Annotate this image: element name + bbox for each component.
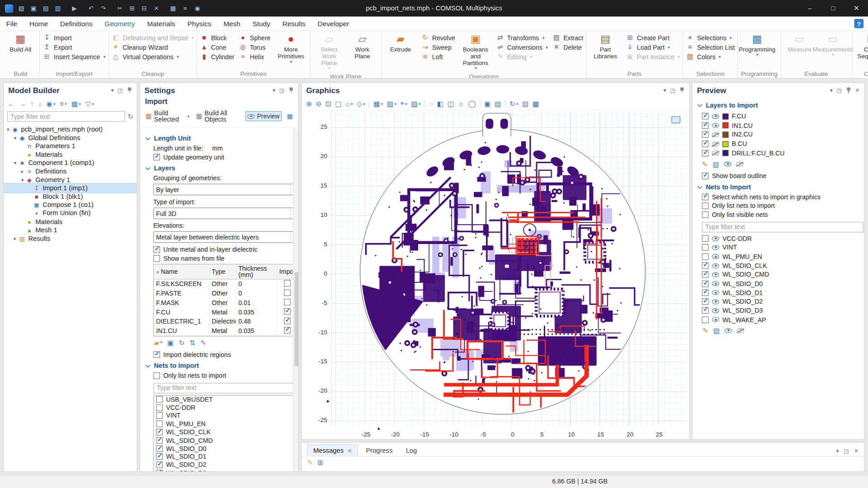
elevations-select[interactable]: Metal layer between dielectric layers▾: [153, 231, 293, 243]
net-checkbox[interactable]: [156, 445, 163, 452]
import-dielectric-checkbox[interactable]: [153, 351, 160, 358]
import-checkbox[interactable]: [284, 327, 291, 334]
net-checkbox[interactable]: [156, 470, 163, 472]
defeaturing-and-repair-button[interactable]: ◧Defeaturing and Repair▾: [112, 34, 194, 42]
copy-messages-icon[interactable]: ⊞: [317, 458, 323, 466]
conversions-button[interactable]: ⇌Conversions▾: [496, 44, 548, 51]
cylinder-button[interactable]: ▮Cylinder: [200, 53, 234, 61]
transparency-icon[interactable]: ◧: [437, 99, 443, 108]
show-icon[interactable]: [724, 162, 731, 167]
torus-button[interactable]: ◎Torus: [239, 44, 270, 51]
net-list-item[interactable]: WL_PMU_EN: [154, 420, 292, 428]
tree-item-geometry-1[interactable]: ▾◆Geometry 1: [4, 175, 137, 184]
net-checkbox[interactable]: [702, 316, 709, 323]
net-checkbox[interactable]: [156, 421, 163, 427]
layer-checkbox[interactable]: [702, 113, 709, 120]
grouping-select[interactable]: By layer▾: [153, 184, 293, 196]
section-nets-to-import[interactable]: Nets to Import: [145, 361, 292, 369]
only-list-nets-checkbox[interactable]: [153, 372, 160, 379]
hide-icon[interactable]: [737, 328, 744, 333]
detach-icon[interactable]: ◳: [279, 87, 285, 93]
visible-eye-icon[interactable]: [712, 254, 719, 259]
zoom-icon[interactable]: ◉: [192, 3, 203, 14]
print-icon[interactable]: ▥: [52, 3, 64, 14]
tab-materials[interactable]: Materials: [141, 17, 181, 31]
snapshot-icon[interactable]: ▣: [484, 99, 491, 108]
filter-icon[interactable]: ▽▾: [85, 99, 94, 108]
close-icon[interactable]: ✕: [854, 448, 859, 454]
color-icon[interactable]: ▨: [713, 326, 720, 334]
net-list-item[interactable]: WL_SDIO_D3: [702, 306, 860, 315]
collapse-icon[interactable]: ▾: [830, 87, 833, 93]
expand-toggle-icon[interactable]: ▸: [19, 169, 25, 174]
detach-icon[interactable]: ◳: [844, 448, 849, 454]
net-list-item[interactable]: WL_SDIO_D2: [154, 461, 292, 469]
hidden-eye-icon[interactable]: [712, 141, 719, 146]
show-board-outline-checkbox[interactable]: [702, 173, 709, 179]
select-nets-in-graphics-checkbox[interactable]: [702, 194, 709, 201]
zoom-box-icon[interactable]: ▢: [335, 99, 341, 108]
selections-button[interactable]: ⌖Selections▾: [686, 34, 735, 42]
section-preview-nets[interactable]: Nets to Import: [697, 183, 860, 191]
tab-developer[interactable]: Developer: [311, 17, 355, 31]
save-icon[interactable]: ▣: [28, 3, 39, 14]
table-row[interactable]: F.PASTEOther0: [154, 289, 292, 298]
tree-item-pcb-import-nets-mph-root[interactable]: ▾◉pcb_import_nets.mph (root): [4, 125, 137, 134]
section-layers-to-import[interactable]: Layers to Import: [697, 101, 860, 109]
tab-physics[interactable]: Physics: [181, 17, 217, 31]
clear-messages-icon[interactable]: ✎: [307, 458, 313, 466]
camera-icon[interactable]: ▥: [522, 99, 528, 108]
forward-icon[interactable]: →: [19, 100, 26, 108]
build-selected-button[interactable]: ▦ Build Selected▾: [144, 108, 191, 124]
visible-eye-icon[interactable]: [712, 236, 719, 241]
hidden-eye-icon[interactable]: [712, 132, 719, 137]
back-icon[interactable]: ←: [8, 100, 14, 108]
net-checkbox[interactable]: [702, 253, 709, 260]
add-layer-folder-icon[interactable]: ▰▾: [154, 338, 162, 347]
tree-item-import-1-imp1[interactable]: ↧Import 1 (imp1): [4, 184, 137, 192]
zoom-extents-icon[interactable]: ⊡: [326, 99, 331, 108]
layer-list-item[interactable]: DRILL:F.CU_B.CU: [702, 149, 860, 158]
net-list-item[interactable]: WL_WAKE_AP: [702, 315, 860, 324]
part-libraries-button[interactable]: ▤Part Libraries: [590, 33, 622, 69]
select-box-icon[interactable]: ▧▾: [411, 99, 420, 108]
expand-toggle-icon[interactable]: ▸: [12, 236, 18, 241]
insert-sequence-button[interactable]: ⊞Insert Sequence▾: [42, 53, 105, 61]
net-checkbox[interactable]: [702, 307, 709, 314]
net-list-item[interactable]: VINT: [702, 243, 860, 252]
net-checkbox[interactable]: [702, 235, 709, 242]
hide-icon[interactable]: [736, 162, 744, 167]
layer-checkbox[interactable]: [702, 150, 709, 156]
build-all-button[interactable]: ▦Build All: [5, 33, 37, 69]
tree-item-parameters-1[interactable]: πParameters 1: [4, 142, 137, 150]
collapse-toggle-icon[interactable]: ▾: [12, 160, 18, 165]
collapse-toggle-icon[interactable]: ▾: [19, 177, 25, 182]
edit-selection-icon[interactable]: ✎: [702, 160, 708, 168]
render-options-icon[interactable]: ▦▾: [373, 99, 383, 108]
tab-results[interactable]: Results: [276, 17, 311, 31]
cone-button[interactable]: ▲Cone: [200, 44, 234, 51]
collapse-icon[interactable]: ▾: [836, 448, 839, 454]
layer-list-item[interactable]: IN2.CU: [702, 130, 860, 139]
collapse-icon[interactable]: ▾: [664, 87, 666, 93]
column-header-thickness-mm[interactable]: Thickness (mm): [236, 264, 277, 279]
import-checkbox[interactable]: [284, 289, 291, 296]
paste-icon[interactable]: ⊟: [138, 3, 150, 14]
net-list-item[interactable]: VCC-DDR: [154, 404, 292, 412]
part-instance-button[interactable]: ▣Part Instance▾: [626, 53, 679, 61]
tree-item-global-definitions[interactable]: ▾◉Global Definitions: [4, 133, 137, 142]
layer-list-item[interactable]: B.CU: [702, 139, 860, 148]
expand-columns-icon[interactable]: »: [156, 269, 159, 275]
tree-item-component-1-comp1[interactable]: ▾■Component 1 (comp1): [4, 159, 137, 167]
colors-button[interactable]: ▨Colors▾: [686, 53, 735, 61]
import-checkbox[interactable]: [284, 318, 291, 324]
helix-button[interactable]: ≈Helix: [239, 53, 270, 61]
visible-eye-icon[interactable]: [712, 317, 719, 322]
close-tab-icon[interactable]: ✕: [348, 447, 352, 453]
clear-sequence-button[interactable]: ⊠Clear Sequence: [855, 33, 868, 69]
visible-eye-icon[interactable]: [712, 299, 719, 304]
visible-eye-icon[interactable]: [712, 281, 719, 286]
loft-button[interactable]: ≋Loft: [421, 53, 455, 61]
tab-mesh[interactable]: Mesh: [217, 17, 246, 31]
net-checkbox[interactable]: [702, 289, 709, 296]
